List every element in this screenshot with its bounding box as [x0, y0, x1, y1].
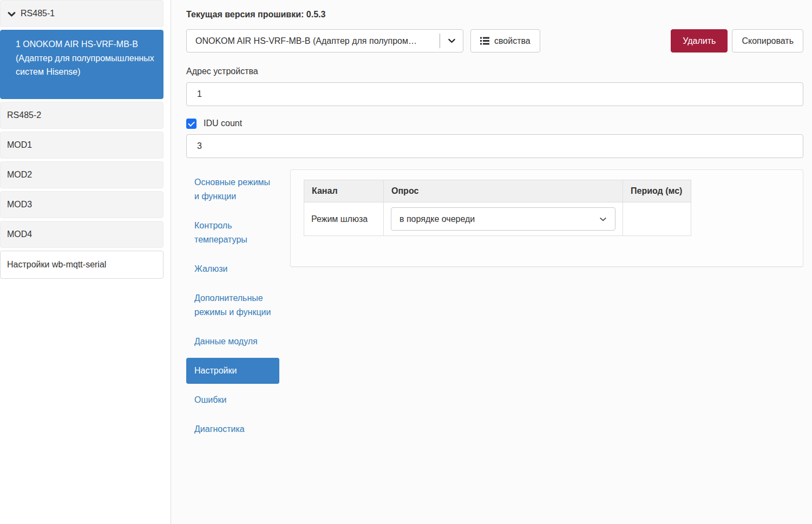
firmware-version-label: Текущая версия прошивки: [186, 10, 304, 19]
poll-mode-select-value: в порядке очереди [400, 214, 475, 224]
sidebar-item[interactable]: MOD4 [0, 221, 163, 248]
tab-item[interactable]: Основные режимы и функции [186, 169, 279, 209]
tab-item[interactable]: Контроль температуры [186, 213, 279, 253]
device-tabs-section: Основные режимы и функцииКонтроль темпер… [186, 169, 803, 446]
tab-item[interactable]: Ошибки [186, 387, 279, 413]
list-icon [480, 36, 489, 45]
device-address-input[interactable] [186, 82, 803, 106]
tab-item-active[interactable]: Настройки [186, 358, 279, 384]
table-body: Режим шлюзав порядке очереди [304, 202, 691, 236]
firmware-version-line: Текущая версия прошивки: 0.5.3 [186, 10, 803, 21]
device-address-label: Адрес устройства [186, 67, 803, 77]
sidebar-item[interactable]: MOD3 [0, 191, 163, 218]
active-device-label: 1 ONOKOM AIR HS-VRF-MB-B (Адаптер для по… [16, 37, 154, 79]
table-header-row: КаналОпросПериод (мс) [304, 180, 691, 202]
main-content: Текущая версия прошивки: 0.5.3 ONOKOM AI… [171, 0, 812, 524]
device-type-select-value: ONOKOM AIR HS-VRF-MB-B (Адаптер для полу… [195, 36, 440, 46]
sidebar-item-active-device[interactable]: 1 ONOKOM AIR HS-VRF-MB-B (Адаптер для по… [0, 30, 163, 99]
sidebar-item-wb-mqtt-serial[interactable]: Настройки wb-mqtt-serial [0, 251, 163, 279]
app-root: RS485-1 1 ONOKOM AIR HS-VRF-MB-B (Адапте… [0, 0, 812, 524]
sidebar-item-rs485-1[interactable]: RS485-1 [0, 0, 163, 27]
chevron-down-icon [8, 10, 16, 18]
settings-tab-panel: КаналОпросПериод (мс) Режим шлюзав поряд… [290, 169, 803, 267]
copy-button[interactable]: Скопировать [732, 29, 803, 53]
properties-button-label: свойства [494, 36, 531, 46]
device-tab-list: Основные режимы и функцииКонтроль темпер… [186, 169, 279, 446]
column-header: Опрос [384, 180, 623, 202]
properties-button[interactable]: свойства [470, 29, 540, 53]
tab-item[interactable]: Данные модуля [186, 329, 279, 355]
poll-mode-select[interactable]: в порядке очереди [391, 207, 615, 231]
chevron-down-icon [599, 215, 607, 223]
firmware-version-value: 0.5.3 [306, 10, 326, 19]
idu-count-label: IDU count [204, 119, 242, 128]
idu-count-checkbox[interactable] [186, 119, 197, 129]
sidebar-item[interactable]: MOD2 [0, 161, 163, 188]
device-sidebar: RS485-1 1 ONOKOM AIR HS-VRF-MB-B (Адапте… [0, 0, 171, 524]
idu-count-input[interactable] [186, 134, 803, 158]
chevron-down-icon [440, 37, 463, 45]
poll-cell: в порядке очереди [384, 202, 623, 236]
channels-table: КаналОпросПериод (мс) Режим шлюзав поряд… [304, 180, 691, 236]
column-header: Канал [304, 180, 384, 202]
idu-count-row: IDU count [186, 118, 803, 129]
sidebar-item[interactable]: RS485-2 [0, 102, 163, 129]
period-cell [623, 202, 691, 236]
tab-item[interactable]: Жалюзи [186, 256, 279, 282]
device-controls-row: ONOKOM AIR HS-VRF-MB-B (Адаптер для полу… [186, 29, 803, 53]
sidebar-device-list: RS485-2MOD1MOD2MOD3MOD4 [0, 102, 171, 248]
table-row: Режим шлюзав порядке очереди [304, 202, 691, 236]
tab-item[interactable]: Диагностика [186, 416, 279, 442]
delete-button[interactable]: Удалить [671, 29, 728, 53]
sidebar-item[interactable]: MOD1 [0, 132, 163, 159]
wb-mqtt-serial-label: Настройки wb-mqtt-serial [7, 259, 106, 271]
device-type-select[interactable]: ONOKOM AIR HS-VRF-MB-B (Адаптер для полу… [186, 29, 463, 53]
channel-name-cell: Режим шлюза [304, 202, 384, 236]
port-label: RS485-1 [21, 8, 55, 19]
column-header: Период (мс) [623, 180, 691, 202]
tab-item[interactable]: Дополнительные режимы и функции [186, 285, 279, 325]
